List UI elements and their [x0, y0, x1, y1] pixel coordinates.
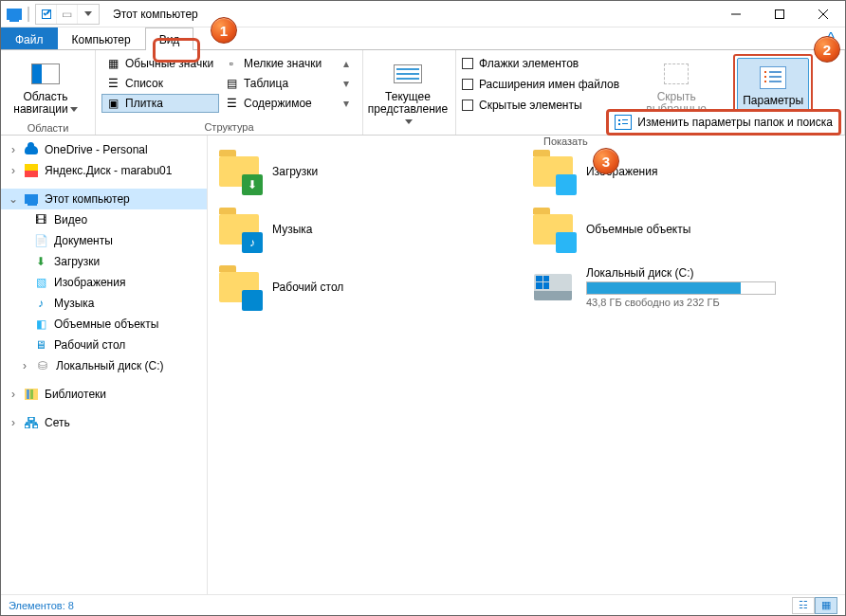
list-icon: ☰ — [106, 77, 120, 90]
badge-3: 3 — [593, 148, 619, 174]
folder-icon: ♪ — [217, 208, 261, 251]
view-more[interactable]: ▾ — [339, 94, 354, 113]
minimize-button[interactable] — [714, 1, 758, 27]
folder-icon — [217, 265, 261, 309]
item-desktop[interactable]: Рабочий стол — [217, 261, 522, 313]
title-bar: ▭ Этот компьютер — [1, 1, 845, 27]
window-title: Этот компьютер — [113, 8, 198, 21]
grid-small-icon: ▫ — [225, 57, 238, 70]
grid-icon: ▦ — [106, 57, 120, 70]
view-table[interactable]: ▤Таблица — [220, 74, 338, 93]
cloud-icon — [24, 142, 39, 157]
status-item-count: Элементов: 8 — [9, 600, 74, 611]
view-content[interactable]: ☰Содержимое — [220, 94, 338, 113]
status-bar: Элементов: 8 ☷ ▦ — [1, 594, 845, 615]
nav-video[interactable]: 🎞Видео — [1, 209, 207, 230]
folder-icon: ⬇ — [217, 150, 261, 193]
view-list[interactable]: ☰Список — [101, 74, 219, 93]
view-scroll-up[interactable]: ▴ — [339, 54, 354, 73]
nav-libraries[interactable]: ›Библиотеки — [1, 384, 207, 405]
group-layout: ▦Обычные значки ▫Мелкие значки ▴ ☰Список… — [96, 50, 363, 135]
qat-properties[interactable] — [36, 5, 57, 24]
view-tiles[interactable]: ▣Плитка — [101, 94, 219, 113]
checkbox-icon — [462, 100, 473, 111]
drive-icon — [531, 265, 575, 309]
tab-file[interactable]: Файл — [1, 27, 58, 50]
item-music[interactable]: ♪ Музыка — [217, 203, 522, 255]
table-icon: ▤ — [225, 77, 238, 90]
picture-icon: ▧ — [33, 275, 48, 290]
item-pictures[interactable]: Изображения — [531, 145, 836, 197]
content-area[interactable]: ⬇ Загрузки Изображения ♪ Музыка Объемные… — [208, 136, 845, 594]
options-popup-icon — [615, 115, 632, 130]
pc-icon — [24, 191, 39, 207]
disk-usage-bar — [586, 281, 776, 295]
document-icon: 📄 — [33, 233, 48, 248]
folder-icon — [531, 150, 575, 193]
nav-downloads[interactable]: ⬇Загрузки — [1, 251, 207, 272]
view-scroll-down[interactable]: ▾ — [339, 74, 354, 93]
tab-computer[interactable]: Компьютер — [58, 27, 145, 50]
cube-icon: ◧ — [33, 317, 48, 332]
nav-3d-objects[interactable]: ◧Объемные объекты — [1, 314, 207, 335]
download-icon: ⬇ — [33, 254, 48, 269]
nav-music[interactable]: ♪Музыка — [1, 293, 207, 314]
svg-rect-2 — [25, 425, 29, 428]
current-view-button[interactable]: Текущеепредставление — [369, 54, 447, 134]
nav-pane-icon — [30, 59, 61, 89]
video-icon: 🎞 — [33, 212, 48, 227]
badge-1: 1 — [211, 17, 237, 44]
item-downloads[interactable]: ⬇ Загрузки — [217, 145, 522, 197]
drive-icon: ⛁ — [35, 358, 50, 373]
svg-rect-1 — [28, 417, 34, 421]
item-3d-objects[interactable]: Объемные объекты — [531, 203, 836, 255]
checkbox-hidden-items[interactable]: Скрытые элементы — [462, 96, 619, 115]
nav-onedrive[interactable]: ›OneDrive - Personal — [1, 139, 207, 160]
options-popup-label: Изменить параметры папок и поиска — [637, 116, 833, 129]
ribbon: Область навигации Области ▦Обычные значк… — [1, 50, 845, 136]
current-view-icon — [393, 59, 423, 89]
item-drive-c[interactable]: Локальный диск (C:) 43,8 ГБ свободно из … — [531, 261, 836, 313]
qat-dropdown[interactable] — [78, 5, 99, 24]
nav-pane-button[interactable]: Область навигации — [7, 54, 84, 120]
group-panes: Область навигации Области — [1, 50, 96, 135]
hide-icon — [661, 59, 691, 89]
folder-icon — [531, 208, 575, 251]
content-icon: ☰ — [225, 97, 238, 110]
badge-2: 2 — [814, 36, 840, 63]
nav-this-pc[interactable]: ⌄Этот компьютер — [1, 189, 207, 209]
music-icon: ♪ — [33, 296, 48, 311]
navigation-pane[interactable]: ›OneDrive - Personal ›Яндекс.Диск - mara… — [1, 136, 208, 594]
view-small-icons[interactable]: ▫Мелкие значки — [220, 54, 338, 73]
svg-rect-0 — [776, 9, 784, 18]
checkbox-icon — [462, 79, 473, 90]
options-popup[interactable]: Изменить параметры папок и поиска — [606, 109, 841, 136]
yandex-disk-icon — [24, 163, 39, 178]
disk-usage-text: 43,8 ГБ свободно из 232 ГБ — [586, 297, 836, 308]
checkbox-icon — [462, 58, 473, 69]
group-current-view: Текущеепредставление — [363, 50, 456, 135]
nav-documents[interactable]: 📄Документы — [1, 230, 207, 251]
group-panes-label: Области — [7, 120, 89, 136]
nav-pictures[interactable]: ▧Изображения — [1, 272, 207, 293]
nav-yandex-disk[interactable]: ›Яндекс.Диск - marabu01 — [1, 160, 207, 181]
options-icon — [758, 63, 788, 93]
app-icon — [7, 7, 22, 22]
close-button[interactable] — [801, 1, 845, 27]
maximize-button[interactable] — [758, 1, 801, 27]
view-details-button[interactable]: ☷ — [792, 597, 815, 614]
qat-new[interactable]: ▭ — [57, 5, 78, 24]
checkbox-item-flags[interactable]: Флажки элементов — [462, 54, 619, 73]
view-tiles-button[interactable]: ▦ — [815, 597, 837, 614]
nav-drive-c[interactable]: ›⛁Локальный диск (C:) — [1, 355, 207, 376]
callout-1-box — [153, 38, 200, 63]
libraries-icon — [24, 387, 39, 402]
nav-network[interactable]: ›Сеть — [1, 412, 207, 433]
svg-rect-3 — [33, 425, 38, 428]
network-icon — [24, 415, 39, 430]
checkbox-file-extensions[interactable]: Расширения имен файлов — [462, 75, 619, 94]
group-layout-label: Структура — [101, 119, 357, 135]
desktop-icon: 🖥 — [33, 337, 48, 353]
nav-desktop[interactable]: 🖥Рабочий стол — [1, 335, 207, 355]
tiles-icon: ▣ — [106, 97, 120, 110]
